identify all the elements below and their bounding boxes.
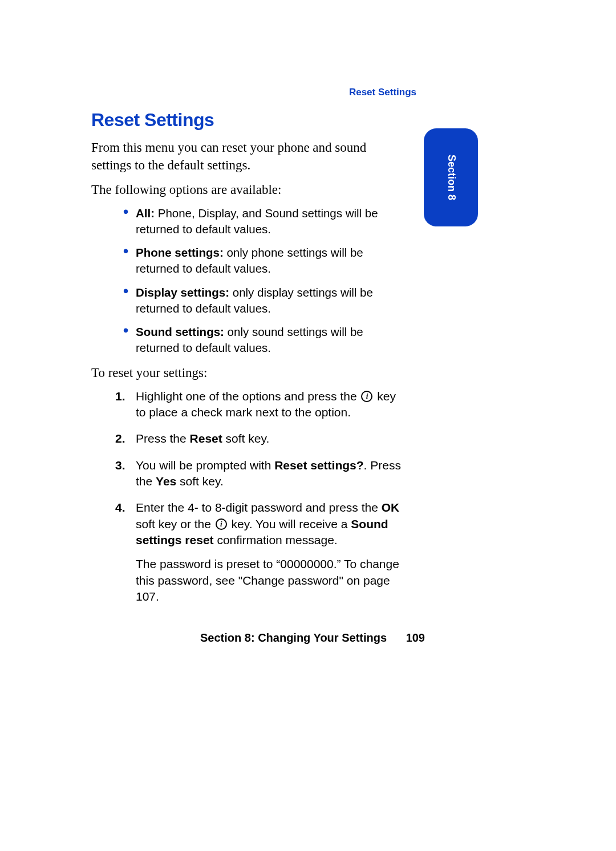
step-item: 3. You will be prompted with Reset setti… bbox=[136, 457, 402, 490]
option-label: Display settings: bbox=[136, 286, 229, 299]
softkey-label: Yes bbox=[156, 475, 176, 488]
softkey-label: Reset bbox=[190, 432, 222, 445]
footer-section: Section 8: Changing Your Settings bbox=[200, 631, 387, 644]
intro-paragraph-1: From this menu you can reset your phone … bbox=[91, 139, 402, 174]
list-item: Sound settings: only sound settings will… bbox=[136, 324, 402, 355]
step-number: 2. bbox=[115, 431, 125, 447]
option-text: Phone, Display, and Sound settings will … bbox=[136, 206, 378, 236]
steps-list: 1. Highlight one of the options and pres… bbox=[91, 388, 402, 605]
prompt-label: Reset settings? bbox=[274, 459, 363, 472]
ok-key-icon bbox=[361, 391, 372, 402]
step-item: 2. Press the Reset soft key. bbox=[136, 431, 402, 447]
step-text: soft key. bbox=[176, 475, 223, 488]
step-text: Enter the 4- to 8-digit password and pre… bbox=[136, 501, 382, 514]
intro-paragraph-2: The following options are available: bbox=[91, 181, 402, 198]
content-area: Reset Settings From this menu you can re… bbox=[91, 110, 402, 615]
step-item: 4. Enter the 4- to 8-digit password and … bbox=[136, 500, 402, 605]
intro-paragraph-3: To reset your settings: bbox=[91, 364, 402, 382]
option-label: Sound settings: bbox=[136, 325, 224, 338]
list-item: Display settings: only display settings … bbox=[136, 285, 402, 316]
options-list: All: Phone, Display, and Sound settings … bbox=[91, 205, 402, 355]
step-text: key. You will receive a bbox=[228, 517, 351, 530]
option-label: Phone settings: bbox=[136, 246, 224, 259]
page-number: 109 bbox=[406, 631, 425, 645]
step-text: You will be prompted with bbox=[136, 459, 274, 472]
step-number: 3. bbox=[115, 457, 125, 473]
step-text: soft key. bbox=[222, 432, 269, 445]
step-note: The password is preset to “00000000.” To… bbox=[136, 556, 402, 605]
list-item: Phone settings: only phone settings will… bbox=[136, 245, 402, 276]
step-text: soft key or the bbox=[136, 517, 214, 530]
page-title: Reset Settings bbox=[91, 110, 402, 131]
step-text: Highlight one of the options and press t… bbox=[136, 390, 360, 403]
running-header: Reset Settings bbox=[349, 87, 416, 98]
section-tab-label: Section 8 bbox=[445, 155, 457, 200]
list-item: All: Phone, Display, and Sound settings … bbox=[136, 205, 402, 237]
step-number: 4. bbox=[115, 500, 125, 516]
softkey-label: OK bbox=[382, 501, 400, 514]
page-footer: Section 8: Changing Your Settings 109 bbox=[0, 631, 425, 645]
step-text: Press the bbox=[136, 432, 190, 445]
option-label: All: bbox=[136, 206, 155, 220]
ok-key-icon bbox=[216, 518, 227, 530]
step-item: 1. Highlight one of the options and pres… bbox=[136, 388, 402, 421]
step-text: confirmation message. bbox=[214, 533, 338, 546]
manual-page: Reset Settings Section 8 Reset Settings … bbox=[0, 0, 616, 851]
step-number: 1. bbox=[115, 388, 125, 404]
section-tab: Section 8 bbox=[424, 128, 478, 226]
